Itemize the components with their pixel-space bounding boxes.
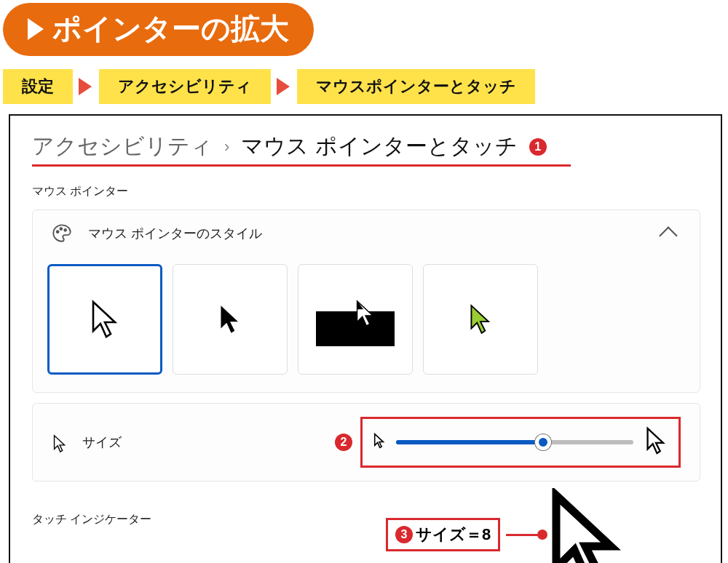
play-triangle-icon xyxy=(28,18,44,40)
pointer-style-options xyxy=(33,257,700,392)
section-mouse-pointer-label: マウス ポインター xyxy=(32,184,700,199)
pointer-size-slider-highlight: 2 xyxy=(360,417,681,468)
chevron-up-icon xyxy=(659,226,677,244)
chevron-right-icon xyxy=(277,78,290,95)
svg-point-1 xyxy=(60,228,62,230)
path-step-settings: 設定 xyxy=(3,69,73,104)
path-step-mouse-touch: マウスポインターとタッチ xyxy=(297,69,535,104)
callout-badge-1: 1 xyxy=(529,138,547,156)
cursor-max-icon xyxy=(644,426,668,458)
breadcrumb-current: マウス ポインターとタッチ xyxy=(241,132,517,161)
chevron-right-icon: › xyxy=(224,137,229,156)
breadcrumb-parent[interactable]: アクセシビリティ xyxy=(32,132,213,161)
pointer-size-label: サイズ xyxy=(82,434,122,451)
pointer-style-white[interactable] xyxy=(47,264,162,375)
pointer-style-custom[interactable] xyxy=(423,264,538,375)
callout-badge-3: 3 xyxy=(395,526,413,543)
svg-point-0 xyxy=(57,231,59,233)
callout-badge-2: 2 xyxy=(335,434,352,451)
annotation-text: サイズ＝8 xyxy=(416,524,491,546)
banner-title: ポインターの拡大 xyxy=(3,3,314,56)
banner-title-text: ポインターの拡大 xyxy=(52,9,289,49)
cursor-white-icon xyxy=(89,299,121,340)
slider-fill xyxy=(396,440,543,444)
cursor-min-icon xyxy=(373,433,386,452)
size-value-annotation: 3 サイズ＝8 xyxy=(386,518,542,551)
annotation-connector xyxy=(506,534,542,536)
navigation-path: 設定 アクセシビリティ マウスポインターとタッチ xyxy=(3,69,728,104)
pointer-style-title: マウス ポインターのスタイル xyxy=(88,225,646,242)
cursor-black-icon xyxy=(218,303,242,335)
pointer-style-expander-header[interactable]: マウス ポインターのスタイル xyxy=(33,210,700,257)
chevron-right-icon xyxy=(79,78,92,95)
pointer-style-black[interactable] xyxy=(173,264,288,375)
annotation-box: 3 サイズ＝8 xyxy=(386,518,500,551)
enlarged-cursor-preview xyxy=(545,488,625,563)
pointer-style-inverted[interactable] xyxy=(298,264,413,375)
pointer-size-row: サイズ 2 xyxy=(33,404,700,481)
slider-thumb[interactable] xyxy=(535,434,551,450)
cursor-small-icon xyxy=(52,434,68,450)
path-step-accessibility: アクセシビリティ xyxy=(99,69,271,104)
svg-point-2 xyxy=(64,229,66,231)
breadcrumb: アクセシビリティ › マウス ポインターとタッチ 1 xyxy=(32,132,700,161)
settings-window: アクセシビリティ › マウス ポインターとタッチ 1 マウス ポインター マウス… xyxy=(9,114,722,563)
pointer-size-card: サイズ 2 xyxy=(32,403,700,482)
pointer-style-card: マウス ポインターのスタイル xyxy=(32,209,700,393)
underline-highlight xyxy=(32,164,571,167)
cursor-inverted-icon xyxy=(355,299,376,328)
pointer-size-slider[interactable] xyxy=(396,440,633,444)
cursor-lime-icon xyxy=(468,303,493,335)
palette-icon xyxy=(52,223,72,244)
